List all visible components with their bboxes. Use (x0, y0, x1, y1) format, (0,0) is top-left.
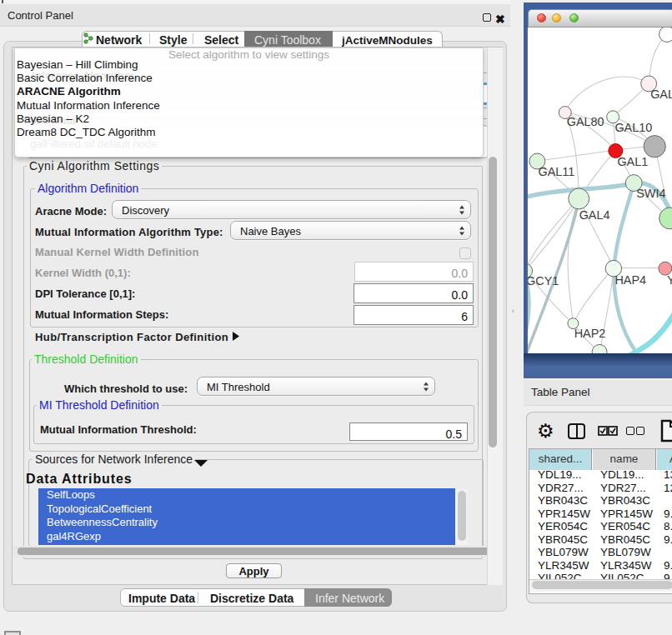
svg-text:HAP4: HAP4 (614, 273, 646, 287)
svg-text:GCY1: GCY1 (527, 274, 559, 288)
svg-text:SWI4: SWI4 (636, 187, 665, 200)
svg-text:GAL1: GAL1 (617, 155, 648, 168)
svg-text:GAL11: GAL11 (538, 165, 574, 178)
svg-text:GAL10: GAL10 (614, 121, 652, 134)
svg-text:HAP2: HAP2 (574, 327, 606, 340)
svg-text:GAL2: GAL2 (650, 88, 672, 101)
svg-text:Y: Y (667, 273, 672, 287)
svg-text:GAL80: GAL80 (567, 115, 604, 128)
svg-text:GAL4: GAL4 (579, 208, 610, 222)
